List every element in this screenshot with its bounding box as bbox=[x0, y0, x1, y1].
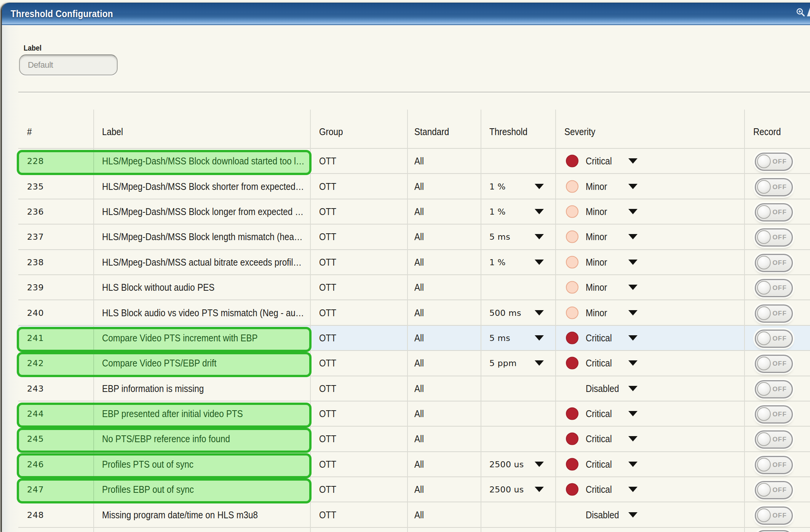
row-severity-value[interactable]: Disabled bbox=[586, 509, 619, 520]
table-row[interactable]: 236 HLS/Mpeg-Dash/MSS Block longer from … bbox=[18, 199, 810, 224]
row-label: HLS Block audio vs video PTS mismatch (N… bbox=[102, 307, 304, 318]
threshold-dropdown-arrow-icon[interactable] bbox=[535, 360, 544, 366]
severity-dropdown-arrow-icon[interactable] bbox=[628, 158, 637, 164]
column-separator bbox=[481, 110, 481, 532]
record-toggle[interactable]: OFF bbox=[755, 355, 793, 373]
row-threshold-value[interactable]: 2500 us bbox=[489, 485, 524, 494]
table-row[interactable]: 240 HLS Block audio vs video PTS mismatc… bbox=[18, 299, 810, 325]
row-threshold-value[interactable]: 5 ppm bbox=[489, 358, 517, 368]
record-toggle[interactable]: OFF bbox=[755, 507, 793, 525]
row-threshold-value[interactable]: 1 % bbox=[489, 207, 506, 216]
severity-dropdown-arrow-icon[interactable] bbox=[628, 260, 637, 265]
row-standard: All bbox=[414, 181, 424, 192]
table-row[interactable]: 238 HLS/Mpeg-Dash/MSS actual bitrate exc… bbox=[18, 249, 810, 274]
row-number: 246 bbox=[27, 459, 44, 469]
row-threshold-value[interactable]: 5 ms bbox=[489, 232, 510, 242]
row-number: 239 bbox=[27, 283, 44, 292]
record-toggle-knob bbox=[757, 458, 771, 471]
table-row[interactable]: 248 Missing program date/time on HLS m3u… bbox=[18, 502, 810, 527]
severity-dropdown-arrow-icon[interactable] bbox=[628, 487, 637, 492]
row-severity-value[interactable]: Minor bbox=[586, 231, 607, 242]
threshold-dropdown-arrow-icon[interactable] bbox=[535, 462, 544, 467]
table-row[interactable]: 245 No PTS/EBP reference info found OTT … bbox=[18, 426, 810, 451]
record-toggle[interactable]: OFF bbox=[755, 530, 793, 532]
table-row[interactable]: 228 HLS/Mpeg-Dash/MSS Block download sta… bbox=[18, 148, 810, 173]
threshold-dropdown-arrow-icon[interactable] bbox=[535, 260, 544, 265]
table-row[interactable]: 243 EBP information is missing OTT All D… bbox=[18, 376, 810, 401]
table-row[interactable]: 237 HLS/Mpeg-Dash/MSS Block length misma… bbox=[18, 224, 810, 249]
severity-dropdown-arrow-icon[interactable] bbox=[628, 234, 637, 239]
severity-dropdown-arrow-icon[interactable] bbox=[628, 512, 637, 518]
titlebar: Threshold Configuration bbox=[2, 3, 810, 26]
divider bbox=[18, 92, 810, 93]
row-threshold-value[interactable]: 1 % bbox=[489, 257, 506, 267]
table-row[interactable]: 241 Compare Video PTS increment with EBP… bbox=[18, 325, 810, 350]
row-severity-value[interactable]: Disabled bbox=[586, 383, 619, 394]
record-toggle[interactable]: OFF bbox=[755, 430, 793, 449]
record-toggle[interactable]: OFF bbox=[755, 304, 793, 322]
row-severity-value[interactable]: Critical bbox=[586, 408, 612, 419]
table-row[interactable]: 247 Profiles EBP out of sync OTT All 250… bbox=[18, 476, 810, 502]
column-header-num: # bbox=[27, 126, 32, 137]
severity-dropdown-arrow-icon[interactable] bbox=[628, 436, 637, 441]
table-row[interactable]: 235 HLS/Mpeg-Dash/MSS Block shorter from… bbox=[18, 173, 810, 198]
row-severity-value[interactable]: Minor bbox=[586, 206, 607, 217]
row-severity-value[interactable]: Critical bbox=[586, 484, 612, 495]
row-label: HLS/Mpeg-Dash/MSS Block longer from expe… bbox=[102, 206, 304, 217]
severity-dropdown-arrow-icon[interactable] bbox=[628, 209, 637, 214]
record-toggle[interactable]: OFF bbox=[755, 481, 793, 499]
severity-dropdown-arrow-icon[interactable] bbox=[628, 411, 637, 416]
row-number: 235 bbox=[27, 182, 44, 191]
row-severity-value[interactable]: Minor bbox=[586, 181, 607, 192]
row-label: EBP presented after initial video PTS bbox=[102, 408, 243, 419]
record-toggle[interactable]: OFF bbox=[755, 456, 793, 474]
row-severity-value[interactable]: Critical bbox=[586, 156, 612, 167]
severity-dropdown-arrow-icon[interactable] bbox=[628, 360, 637, 366]
severity-dropdown-arrow-icon[interactable] bbox=[628, 310, 637, 315]
record-toggle[interactable]: OFF bbox=[755, 405, 793, 424]
row-threshold-value[interactable]: 500 ms bbox=[489, 308, 521, 317]
severity-dropdown-arrow-icon[interactable] bbox=[628, 184, 637, 189]
row-severity-value[interactable]: Critical bbox=[586, 433, 612, 444]
row-severity-value[interactable]: Minor bbox=[586, 282, 607, 293]
row-severity-value[interactable]: Critical bbox=[586, 459, 612, 470]
record-toggle[interactable]: OFF bbox=[755, 279, 793, 297]
row-severity-value[interactable]: Critical bbox=[586, 332, 612, 343]
severity-dropdown-arrow-icon[interactable] bbox=[628, 285, 637, 290]
table-row[interactable]: 239 HLS Block without audio PES OTT All … bbox=[18, 274, 810, 299]
row-threshold-value[interactable]: 2500 us bbox=[489, 459, 524, 469]
threshold-dropdown-arrow-icon[interactable] bbox=[535, 310, 544, 315]
threshold-dropdown-arrow-icon[interactable] bbox=[535, 335, 544, 341]
table-row[interactable]: 244 EBP presented after initial video PT… bbox=[18, 401, 810, 426]
severity-dropdown-arrow-icon[interactable] bbox=[628, 462, 637, 467]
threshold-dropdown-arrow-icon[interactable] bbox=[535, 487, 544, 492]
severity-dot-critical-icon bbox=[566, 458, 578, 470]
threshold-dropdown-arrow-icon[interactable] bbox=[535, 184, 544, 189]
record-toggle[interactable]: OFF bbox=[755, 203, 793, 221]
row-label: No PTS/EBP reference info found bbox=[102, 433, 230, 444]
severity-dot-minor-icon bbox=[566, 231, 578, 243]
severity-dropdown-arrow-icon[interactable] bbox=[628, 335, 637, 341]
record-toggle[interactable]: OFF bbox=[755, 380, 793, 398]
threshold-dropdown-arrow-icon[interactable] bbox=[535, 209, 544, 214]
record-toggle-off-label: OFF bbox=[772, 385, 787, 393]
record-toggle[interactable]: OFF bbox=[755, 228, 793, 247]
table-row[interactable]: 246 Profiles PTS out of sync OTT All 250… bbox=[18, 451, 810, 476]
record-toggle[interactable]: OFF bbox=[755, 153, 793, 171]
severity-dropdown-arrow-icon[interactable] bbox=[628, 386, 637, 391]
row-standard: All bbox=[414, 408, 424, 419]
threshold-dropdown-arrow-icon[interactable] bbox=[535, 234, 544, 239]
label-input[interactable] bbox=[19, 54, 118, 75]
row-severity-value[interactable]: Minor bbox=[586, 307, 607, 318]
record-toggle[interactable]: OFF bbox=[755, 254, 793, 272]
row-group: OTT bbox=[319, 231, 336, 242]
record-toggle[interactable]: OFF bbox=[755, 178, 793, 196]
table-row[interactable]: OFF bbox=[18, 527, 810, 532]
row-severity-value[interactable]: Minor bbox=[586, 256, 607, 268]
row-severity-value[interactable]: Critical bbox=[586, 358, 612, 369]
row-group: OTT bbox=[319, 509, 336, 520]
row-threshold-value[interactable]: 1 % bbox=[489, 182, 506, 191]
row-threshold-value[interactable]: 5 ms bbox=[489, 333, 510, 342]
record-toggle[interactable]: OFF bbox=[755, 330, 793, 348]
table-row[interactable]: 242 Compare Video PTS/EBP drift OTT All … bbox=[18, 350, 810, 375]
